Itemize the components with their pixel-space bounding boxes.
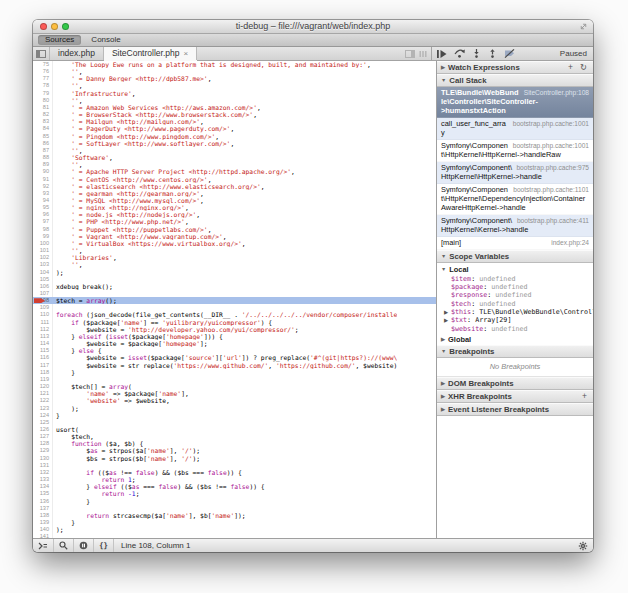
navigator-toggle-icon[interactable] — [33, 47, 50, 60]
line-number-gutter[interactable]: 91 — [33, 176, 53, 183]
code-line-134[interactable]: 134 } elseif (($as === false) && ($bs !=… — [33, 483, 436, 490]
line-number-gutter[interactable]: 139 — [33, 519, 53, 526]
code-line-136[interactable]: 136 } — [33, 498, 436, 505]
line-number-gutter[interactable]: 125 — [33, 419, 53, 426]
line-number-gutter[interactable]: 79 — [33, 90, 53, 97]
code-line-104[interactable]: 104); — [33, 269, 436, 276]
code-line-141[interactable]: 141 — [33, 533, 436, 538]
event-listener-breakpoints-header[interactable]: ▶ Event Listener Breakpoints — [437, 403, 593, 416]
code-line-120[interactable]: 120 $tech[] = array( — [33, 383, 436, 390]
columns-icon[interactable] — [419, 50, 427, 58]
line-number-gutter[interactable]: 137 — [33, 505, 53, 512]
line-number-gutter[interactable]: 87 — [33, 147, 53, 154]
code-line-77[interactable]: 77 ' = Danny Berger <http://dpb587.me>', — [33, 75, 436, 82]
code-line-96[interactable]: 96 ' = node.js <http://nodejs.org/>', — [33, 211, 436, 218]
window-titlebar[interactable]: ti-debug – file:///vagrant/web/index.php — [33, 20, 593, 34]
dom-breakpoints-header[interactable]: ▶ DOM Breakpoints — [437, 377, 593, 390]
console-toggle-icon[interactable] — [33, 539, 54, 552]
line-number-gutter[interactable]: 102 — [33, 254, 53, 261]
code-line-113[interactable]: 113 } elseif (isset($package['homepage']… — [33, 333, 436, 340]
code-line-87[interactable]: 87 '', — [33, 147, 436, 154]
line-number-gutter[interactable]: 84 — [33, 125, 53, 132]
step-into-button[interactable] — [472, 49, 481, 58]
code-line-79[interactable]: 79 'Infrastructure', — [33, 90, 436, 97]
line-number-gutter[interactable]: 123 — [33, 405, 53, 412]
line-number-gutter[interactable]: 109 — [33, 304, 53, 311]
code-line-122[interactable]: 122 'website' => $website, — [33, 397, 436, 404]
deactivate-breakpoints-button[interactable] — [504, 49, 515, 58]
line-number-gutter[interactable]: 129 — [33, 447, 53, 454]
line-number-gutter[interactable]: 135 — [33, 490, 53, 497]
code-line-94[interactable]: 94 ' = MySQL <http://www.mysql.com/>', — [33, 197, 436, 204]
add-watch-button[interactable]: + — [566, 63, 575, 72]
line-number-gutter[interactable]: 136 — [33, 498, 53, 505]
minimize-button[interactable] — [51, 23, 58, 30]
code-line-103[interactable]: 103 '', — [33, 261, 436, 268]
line-number-gutter[interactable]: 90 — [33, 168, 53, 175]
xhr-breakpoints-header[interactable]: ▶ XHR Breakpoints + — [437, 390, 593, 403]
source-editor[interactable]: 75 'The Loopy Ewe runs on a platform tha… — [33, 61, 437, 538]
split-editor-icon[interactable] — [405, 50, 415, 58]
line-number-gutter[interactable]: 127 — [33, 433, 53, 440]
code-line-98[interactable]: 98 ' = Puppet <http://puppetlabs.com/>', — [33, 226, 436, 233]
code-line-121[interactable]: 121 'name' => $package['name'], — [33, 390, 436, 397]
code-line-106[interactable]: 106xdebug_break(); — [33, 283, 436, 290]
line-number-gutter[interactable]: 80 — [33, 97, 53, 104]
file-tab-sitecontroller[interactable]: SiteController.php× — [104, 47, 197, 60]
line-number-gutter[interactable]: 75 — [33, 61, 53, 68]
line-number-gutter[interactable]: 134 — [33, 483, 53, 490]
code-line-83[interactable]: 83 ' = Mailgun <http://mailgun.com/>', — [33, 118, 436, 125]
line-number-gutter[interactable]: 117 — [33, 362, 53, 369]
line-number-gutter[interactable]: 112 — [33, 326, 53, 333]
code-line-100[interactable]: 100 ' = VirtualBox <https://www.virtualb… — [33, 240, 436, 247]
code-line-129[interactable]: 129 $as = strpos($a['name'], '/'); — [33, 447, 436, 454]
line-number-gutter[interactable]: 88 — [33, 154, 53, 161]
code-line-80[interactable]: 80 '', — [33, 97, 436, 104]
line-number-gutter[interactable]: 141 — [33, 533, 53, 538]
code-line-124[interactable]: 124} — [33, 412, 436, 419]
tab-console[interactable]: Console — [84, 35, 127, 45]
breakpoints-header[interactable]: ▼ Breakpoints — [437, 345, 593, 358]
code-line-85[interactable]: 85 ' = Pingdom <http://www.pingdom.com/>… — [33, 133, 436, 140]
code-line-86[interactable]: 86 ' = SoftLayer <http://www.softlayer.c… — [33, 140, 436, 147]
watch-expressions-header[interactable]: ▶ Watch Expressions + ↻ — [437, 61, 593, 74]
call-stack-frame[interactable]: SiteController.php:108TLE\Bundle\WebBund… — [437, 87, 593, 118]
line-number-gutter[interactable]: 81 — [33, 104, 53, 111]
scope-variables-header[interactable]: ▼ Scope Variables — [437, 250, 593, 263]
refresh-watch-button[interactable]: ↻ — [578, 63, 589, 72]
resume-button[interactable] — [437, 50, 447, 58]
line-number-gutter[interactable]: 119 — [33, 376, 53, 383]
code-line-82[interactable]: 82 ' = BrowserStack <http://www.browsers… — [33, 111, 436, 118]
line-number-gutter[interactable]: 116 — [33, 354, 53, 361]
code-line-112[interactable]: 112 $website = 'http://developer.yahoo.c… — [33, 326, 436, 333]
line-number-gutter[interactable]: 97 — [33, 218, 53, 225]
file-tab-index[interactable]: index.php — [50, 47, 104, 60]
code-line-116[interactable]: 116 $website = isset($package['source'][… — [33, 354, 436, 361]
variable-row[interactable]: ▶$this: TLE\Bundle\WebBundle\Controller\ — [437, 308, 593, 316]
code-line-137[interactable]: 137 — [33, 505, 436, 512]
code-line-89[interactable]: 89 '', — [33, 161, 436, 168]
code-line-127[interactable]: 127 $tech, — [33, 433, 436, 440]
code-line-95[interactable]: 95 ' = nginx <http://nginx.org/>', — [33, 204, 436, 211]
code-line-126[interactable]: 126usort( — [33, 426, 436, 433]
line-number-gutter[interactable]: 83 — [33, 118, 53, 125]
code-line-133[interactable]: 133 return 1; — [33, 476, 436, 483]
line-number-gutter[interactable]: 89 — [33, 161, 53, 168]
code-line-131[interactable]: 131 — [33, 462, 436, 469]
line-number-gutter[interactable]: 76 — [33, 68, 53, 75]
code-line-88[interactable]: 88 'Software', — [33, 154, 436, 161]
scope-local-group[interactable]: ▼ Local — [437, 263, 593, 275]
code-line-125[interactable]: 125 — [33, 419, 436, 426]
line-number-gutter[interactable]: 103 — [33, 261, 53, 268]
line-number-gutter[interactable]: 99 — [33, 233, 53, 240]
line-number-gutter[interactable]: 111 — [33, 319, 53, 326]
code-line-101[interactable]: 101 '', — [33, 247, 436, 254]
line-number-gutter[interactable]: 106 — [33, 283, 53, 290]
code-line-140[interactable]: 140); — [33, 526, 436, 533]
line-number-gutter[interactable]: 118 — [33, 369, 53, 376]
close-tab-icon[interactable]: × — [183, 49, 188, 58]
line-number-gutter[interactable]: 121 — [33, 390, 53, 397]
code-line-75[interactable]: 75 'The Loopy Ewe runs on a platform tha… — [33, 61, 436, 68]
call-stack-frame[interactable]: index.php:24[main] — [437, 237, 593, 250]
code-line-117[interactable]: 117 $website = str_replace('https://www.… — [33, 362, 436, 369]
